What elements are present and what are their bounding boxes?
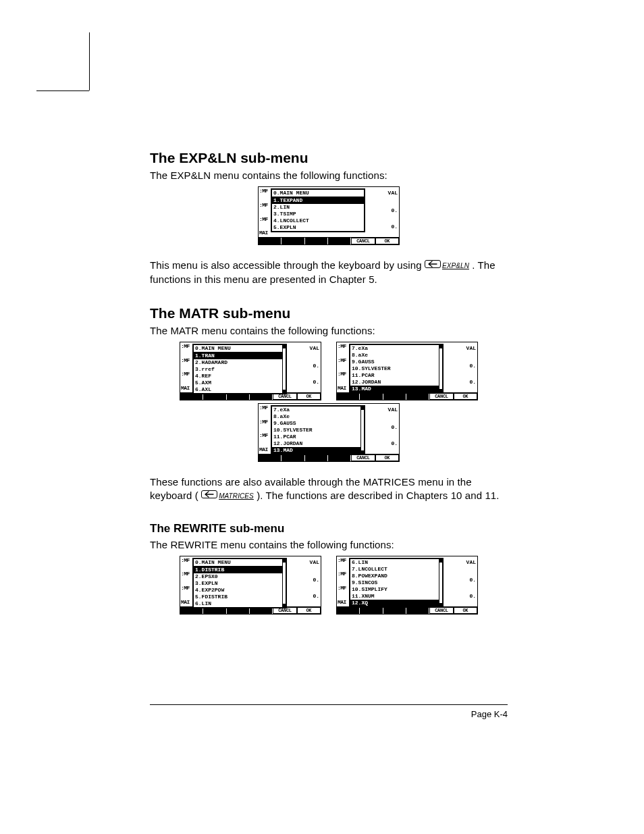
softkey-blank[interactable] <box>259 238 281 244</box>
scrollbar[interactable] <box>282 345 286 393</box>
menu-rewrite-a[interactable]: 0.MAIN MENU1.DISTRIB2.EPSX03.EXPLN4.EXP2… <box>192 558 287 608</box>
calc-screen-expln: :MF :MF :MF MAI VAL 0. 0. 0.MAIN MENU1.T… <box>258 186 400 245</box>
left-shift-key <box>425 260 441 268</box>
softkey-row: CANCL OK <box>259 237 399 244</box>
matr-screens-top: :MF:MF:MFMAI VAL 0. 0. 0.MAIN MENU1.TRAN… <box>150 342 508 400</box>
softkey-blank[interactable] <box>328 238 351 244</box>
menu-item[interactable]: 6.LIN <box>350 559 439 566</box>
menu-item[interactable]: 5.FDISTRIB <box>194 594 282 600</box>
scrollbar[interactable] <box>282 559 286 607</box>
matr-after: These functions are also available throu… <box>150 475 508 503</box>
intro-rewrite: The REWRITE menu contains the following … <box>150 538 508 552</box>
menu-item[interactable]: 4.EXP2POW <box>194 587 282 594</box>
section-expln: The EXP&LN sub-menu The EXP&LN menu cont… <box>150 150 508 286</box>
menu-expln[interactable]: 0.MAIN MENU1.TEXPAND2.LIN3.TSIMP4.LNCOLL… <box>271 188 365 232</box>
menu-item[interactable]: 0.MAIN MENU <box>194 559 282 566</box>
menu-item[interactable]: 9.GAUSS <box>272 420 360 427</box>
menu-item[interactable]: 13.MAD <box>350 386 439 392</box>
menu-item[interactable]: 7.LNCOLLECT <box>350 566 439 573</box>
softkey-blank[interactable] <box>281 238 304 244</box>
crop-marks <box>36 32 97 93</box>
menu-item[interactable]: 4.REF <box>194 373 282 380</box>
scrollbar[interactable] <box>439 559 442 606</box>
shift-label-matrices: MATRICES <box>219 492 254 500</box>
menu-rewrite-b[interactable]: 6.LIN7.LNCOLLECT8.POWEXPAND9.SINCOS10.SI… <box>349 558 444 608</box>
page-number: Page K-4 <box>471 709 508 719</box>
menu-item[interactable]: 2.HADAMARD <box>194 359 282 366</box>
section-matr: The MATR sub-menu The MATR menu contains… <box>150 305 508 503</box>
calc-screen-rewrite-b: :MF:MF:MFMAI VAL 0. 0. 6.LIN7.LNCOLLECT8… <box>336 556 478 615</box>
stack-labels: :MF :MF :MF MAI <box>259 187 272 237</box>
menu-item[interactable]: 12.JORDAN <box>272 440 360 447</box>
menu-item[interactable]: 7.eXa <box>350 345 439 352</box>
menu-item[interactable]: 11.PCAR <box>350 372 439 379</box>
menu-item[interactable]: 6.LIN <box>194 600 282 607</box>
left-shift-key <box>201 490 217 498</box>
expln-after: This menu is also accessible through the… <box>150 259 508 286</box>
intro-matr: The MATR menu contains the following fun… <box>150 324 508 338</box>
menu-item[interactable]: 3.EXPLN <box>194 580 282 587</box>
softkey-ok[interactable]: OK <box>375 238 399 244</box>
menu-item[interactable]: 11.PCAR <box>272 434 360 440</box>
zero-label: 0. <box>391 207 398 214</box>
heading-expln: The EXP&LN sub-menu <box>150 150 508 166</box>
calc-screen-matr-b: :MF:MF:MFMAI VAL 0. 0. 7.eXa8.aXe9.GAUSS… <box>336 342 478 400</box>
scrollbar[interactable] <box>439 345 442 392</box>
softkey-cancl[interactable]: CANCL <box>351 238 375 244</box>
val-label: VAL <box>388 190 398 197</box>
menu-item[interactable]: 11.XNUM <box>350 593 439 600</box>
menu-item[interactable]: 8.aXe <box>350 352 439 359</box>
menu-item[interactable]: 10.SIMPLIFY <box>350 586 439 593</box>
menu-item[interactable]: 9.GAUSS <box>350 359 439 365</box>
menu-item[interactable]: 10.SYLVESTER <box>350 365 439 372</box>
calc-screen-matr-a: :MF:MF:MFMAI VAL 0. 0. 0.MAIN MENU1.TRAN… <box>180 342 321 400</box>
shift-label-expln: EXP&LN <box>442 262 469 269</box>
menu-item[interactable]: 8.POWEXPAND <box>350 573 439 579</box>
menu-item[interactable]: 6.AXL <box>194 386 282 393</box>
menu-item[interactable]: 8.aXe <box>272 413 360 420</box>
footer-rule <box>150 704 508 705</box>
menu-item[interactable]: 12.XQ <box>350 600 439 606</box>
calc-screen-matr-c: :MF:MF:MFMAI VAL 0. 0. 7.eXa8.aXe9.GAUSS… <box>258 403 400 462</box>
menu-item[interactable]: 3.rref <box>194 366 282 373</box>
softkey-blank[interactable] <box>305 238 328 244</box>
menu-item[interactable]: 5.EXPLN <box>272 224 364 231</box>
menu-item[interactable]: 4.LNCOLLECT <box>272 217 364 224</box>
menu-item[interactable]: 3.TSIMP <box>272 211 364 217</box>
calc-screen-rewrite-a: :MF:MF:MFMAI VAL 0. 0. 0.MAIN MENU1.DIST… <box>180 556 321 615</box>
scrollbar[interactable] <box>360 407 364 454</box>
zero-label: 0. <box>391 224 398 230</box>
matr-screens-bottom: :MF:MF:MFMAI VAL 0. 0. 7.eXa8.aXe9.GAUSS… <box>150 403 508 462</box>
menu-matr-b[interactable]: 7.eXa8.aXe9.GAUSS10.SYLVESTER11.PCAR12.J… <box>349 344 444 394</box>
menu-item[interactable]: 1.TEXPAND <box>272 197 364 204</box>
menu-item[interactable]: 9.SINCOS <box>350 579 439 586</box>
menu-item[interactable]: 0.MAIN MENU <box>194 345 282 352</box>
expln-screens: :MF :MF :MF MAI VAL 0. 0. 0.MAIN MENU1.T… <box>150 186 508 245</box>
intro-expln: The EXP&LN menu contains the following f… <box>150 169 508 182</box>
menu-matr-a[interactable]: 0.MAIN MENU1.TRAN2.HADAMARD3.rref4.REF5.… <box>192 344 287 394</box>
menu-item[interactable]: 13.MAD <box>272 447 360 454</box>
menu-item[interactable]: 12.JORDAN <box>350 379 439 386</box>
menu-item[interactable]: 2.LIN <box>272 204 364 211</box>
heading-rewrite: The REWRITE sub-menu <box>150 522 508 536</box>
menu-item[interactable]: 10.SYLVESTER <box>272 427 360 434</box>
menu-item[interactable]: 1.DISTRIB <box>194 566 282 573</box>
menu-item[interactable]: 7.eXa <box>272 407 360 413</box>
menu-item[interactable]: 2.EPSX0 <box>194 573 282 580</box>
heading-matr: The MATR sub-menu <box>150 305 508 321</box>
menu-matr-c[interactable]: 7.eXa8.aXe9.GAUSS10.SYLVESTER11.PCAR12.J… <box>271 405 365 455</box>
page-content: The EXP&LN sub-menu The EXP&LN menu cont… <box>150 150 508 633</box>
section-rewrite: The REWRITE sub-menu The REWRITE menu co… <box>150 522 508 615</box>
rewrite-screens: :MF:MF:MFMAI VAL 0. 0. 0.MAIN MENU1.DIST… <box>150 556 508 615</box>
menu-item[interactable]: 1.TRAN <box>194 352 282 359</box>
menu-item[interactable]: 0.MAIN MENU <box>272 190 364 197</box>
menu-item[interactable]: 5.AXM <box>194 380 282 386</box>
